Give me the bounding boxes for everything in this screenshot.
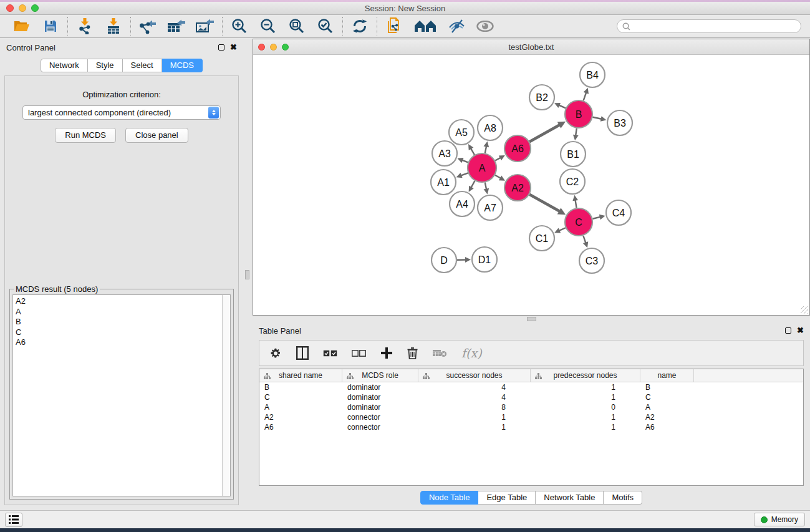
tab-mcds[interactable]: MCDS <box>162 59 203 72</box>
graph-edge-A6-B[interactable] <box>529 122 566 142</box>
float-panel-icon[interactable] <box>785 327 791 334</box>
tab-style[interactable]: Style <box>88 59 123 72</box>
mcds-result-item[interactable]: A6 <box>16 337 219 348</box>
import-table-from-file-icon[interactable] <box>104 17 123 36</box>
graph-edge-D-D1[interactable] <box>457 257 471 263</box>
table-row[interactable]: Adominator80A <box>259 402 803 412</box>
graph-edge-C-C4[interactable] <box>592 215 605 220</box>
graph-edge-B-B2[interactable] <box>554 103 566 109</box>
delete-table-icon[interactable] <box>432 345 447 361</box>
graph-node-B4[interactable]: B4 <box>580 62 605 87</box>
tab-edge-table[interactable]: Edge Table <box>478 491 536 505</box>
add-column-icon[interactable] <box>380 345 393 361</box>
graph-edge-A2-C[interactable] <box>529 195 566 215</box>
graph-node-A3[interactable]: A3 <box>432 141 457 166</box>
network-canvas[interactable]: B4B2BB3A8A5A6A3B1AC2A1A2A4A7C4CC1C3DD1 <box>253 55 809 315</box>
table-row[interactable]: Bdominator41B <box>259 382 803 392</box>
search-field[interactable] <box>617 19 801 33</box>
graph-node-B3[interactable]: B3 <box>607 110 632 135</box>
hide-graphics-details-icon[interactable] <box>447 17 466 36</box>
equation-builder-icon[interactable]: f(x) <box>461 345 482 361</box>
table-row[interactable]: A6connector11A6 <box>259 422 803 432</box>
show-column-icon[interactable] <box>296 345 309 361</box>
graph-edge-A-A2[interactable] <box>495 175 505 181</box>
float-panel-icon[interactable] <box>218 44 224 51</box>
clone-network-icon[interactable] <box>385 17 403 36</box>
graph-node-B[interactable]: B <box>565 100 592 128</box>
table-options-icon[interactable] <box>269 345 282 361</box>
delete-columns-icon[interactable] <box>407 345 418 361</box>
graph-edge-A-A3[interactable] <box>458 158 468 163</box>
open-session-icon[interactable] <box>12 17 31 36</box>
graph-edge-A-A5[interactable] <box>468 144 475 155</box>
refresh-network-view-icon[interactable] <box>350 17 369 36</box>
mcds-result-list[interactable]: A2ABCA6 <box>12 294 231 496</box>
graph-node-A6[interactable]: A6 <box>504 135 531 162</box>
window-resize-grip[interactable] <box>801 306 808 314</box>
task-history-button[interactable] <box>5 513 22 527</box>
graph-node-A8[interactable]: A8 <box>478 115 503 140</box>
graph-node-B2[interactable]: B2 <box>529 85 554 110</box>
tab-network-table[interactable]: Network Table <box>536 491 604 505</box>
deselect-all-rows-icon[interactable] <box>352 345 366 361</box>
graph-edge-A-A8[interactable] <box>484 142 489 153</box>
save-session-icon[interactable] <box>41 17 60 36</box>
close-panel-button[interactable]: Close panel <box>125 128 188 143</box>
column-header-predecessor-nodes[interactable]: predecessor nodes <box>531 369 640 382</box>
column-header-successor-nodes[interactable]: successor nodes <box>418 369 531 382</box>
graph-node-D[interactable]: D <box>432 248 456 273</box>
graph-node-A4[interactable]: A4 <box>450 191 475 216</box>
mcds-result-item[interactable]: C <box>16 327 219 338</box>
graph-node-D1[interactable]: D1 <box>472 247 497 272</box>
zoom-in-icon[interactable] <box>230 17 249 36</box>
graph-node-A[interactable]: A <box>468 153 496 182</box>
zoom-fit-content-icon[interactable] <box>287 17 306 36</box>
close-panel-icon[interactable]: ✖ <box>797 327 804 334</box>
birds-eye-view-icon[interactable] <box>476 17 494 36</box>
memory-button[interactable]: Memory <box>754 513 805 526</box>
graph-node-C1[interactable]: C1 <box>529 226 554 251</box>
tab-motifs[interactable]: Motifs <box>604 491 642 505</box>
mcds-result-item[interactable]: B <box>16 317 219 327</box>
close-panel-icon[interactable]: ✖ <box>230 44 237 51</box>
table-row[interactable]: A2connector11A2 <box>259 412 803 422</box>
graph-node-C4[interactable]: C4 <box>606 200 631 225</box>
tab-node-table[interactable]: Node Table <box>420 491 479 505</box>
graph-edge-A-A4[interactable] <box>469 181 475 192</box>
zoom-out-icon[interactable] <box>259 17 277 36</box>
import-network-from-file-icon[interactable] <box>75 17 94 36</box>
horizontal-splitter-handle[interactable] <box>527 317 536 321</box>
search-input[interactable] <box>634 22 796 31</box>
graph-node-B1[interactable]: B1 <box>561 142 586 167</box>
graph-node-A2[interactable]: A2 <box>504 175 531 201</box>
first-neighbors-icon[interactable] <box>413 17 437 36</box>
table-row[interactable]: Cdominator41C <box>259 392 803 402</box>
graph-edge-B-B4[interactable] <box>584 88 589 101</box>
graph-node-C3[interactable]: C3 <box>579 248 604 273</box>
graph-node-A5[interactable]: A5 <box>449 120 474 145</box>
result-list-scrollbar[interactable] <box>222 295 230 496</box>
criterion-select[interactable]: largest connected component (directed) <box>22 105 221 120</box>
graph-node-A1[interactable]: A1 <box>431 170 456 195</box>
export-network-icon[interactable] <box>138 17 157 36</box>
mcds-result-item[interactable]: A <box>16 307 219 317</box>
column-header-mcds-role[interactable]: MCDS role <box>342 369 418 382</box>
column-header-shared-name[interactable]: shared name <box>259 369 342 382</box>
graph-node-C[interactable]: C <box>565 208 592 236</box>
zoom-selected-region-icon[interactable] <box>316 17 335 36</box>
graph-node-C2[interactable]: C2 <box>560 169 585 194</box>
column-header-name[interactable]: name <box>640 369 694 382</box>
graph-edge-A-A6[interactable] <box>495 155 505 161</box>
select-all-rows-icon[interactable] <box>323 345 337 361</box>
graph-edge-C-C1[interactable] <box>554 228 566 233</box>
graph-node-A7[interactable]: A7 <box>478 195 503 220</box>
graph-edge-C-C2[interactable] <box>572 195 578 208</box>
graph-edge-B-B1[interactable] <box>573 128 579 140</box>
graph-edge-B-B3[interactable] <box>592 116 606 122</box>
export-table-icon[interactable] <box>167 17 186 36</box>
tab-network[interactable]: Network <box>41 59 88 72</box>
mcds-result-item[interactable]: A2 <box>16 296 219 307</box>
export-image-icon[interactable] <box>196 17 215 36</box>
vertical-splitter-handle[interactable] <box>245 270 249 279</box>
graph-edge-A-A7[interactable] <box>484 183 489 195</box>
